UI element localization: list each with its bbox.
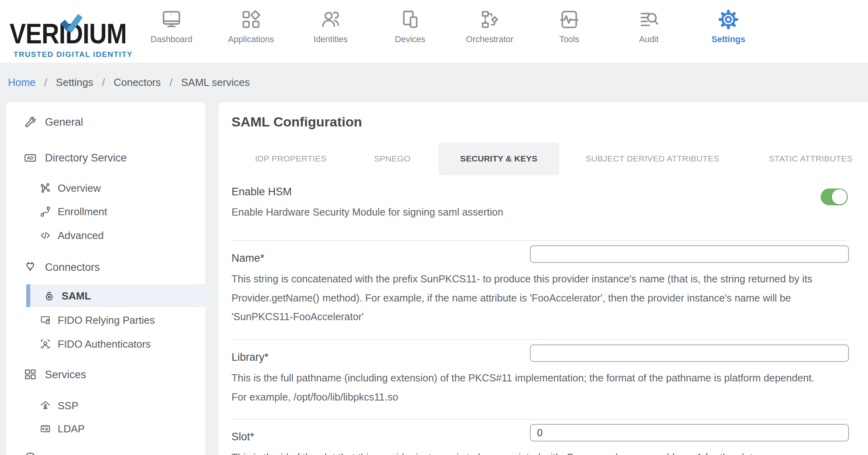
window-lock-icon [39,314,51,326]
nav-item-audit[interactable]: Audit [609,0,689,63]
enable-hsm-description: Enable Hardware Security Module for sign… [232,206,503,218]
nav-item-tools[interactable]: Tools [529,0,609,63]
toggle-knob [832,189,847,204]
sidebar-item-directory-service[interactable]: ADDirectory Service [6,148,205,168]
slot-input[interactable] [530,424,849,441]
field-description: This is the full pathname (including ext… [232,369,828,406]
sidebar-item-label: SAML [62,290,91,302]
people-icon [320,9,341,30]
sidebar-item-services[interactable]: Services [6,364,205,385]
gear-icon [718,9,739,30]
nav-item-orchestrator[interactable]: Orchestrator [450,0,529,63]
sidebar-item-overview[interactable]: Overview [6,178,205,198]
logo-checkmark-icon [60,14,83,34]
divider [232,240,847,241]
sidebar-item-label: SSP [58,400,78,412]
devices-icon [399,9,421,30]
name-input[interactable] [530,245,849,263]
breadcrumb: Home/Settings/Conectors/SAML services [8,63,250,102]
sidebar-item-enrollment[interactable]: Enrollment [6,201,205,222]
breadcrumb-conectors[interactable]: Conectors [114,76,161,89]
sidebar-item-partial[interactable] [6,447,205,455]
nav-item-identities[interactable]: Identities [291,0,370,63]
svg-text:AD: AD [27,156,33,160]
field-label: Slot* [232,431,254,443]
breadcrumb-separator: / [44,76,47,89]
divider [232,339,847,340]
flowchart-icon [479,9,500,30]
nav-label: Audit [639,35,658,45]
field-label: Library* [232,351,269,364]
network-nodes-icon [39,182,51,194]
tab-subject-derived-attributes[interactable]: SUBJECT DERIVED ATTRIBUTES [586,142,719,175]
breadcrumb-settings[interactable]: Settings [56,76,93,89]
nav-label: Devices [395,35,425,45]
sidebar-item-label: General [45,116,83,128]
divider [232,419,847,420]
sidebar-item-label: Advanced [58,229,104,242]
veridium-logo[interactable]: VERIDIUM TRUSTED DIGITAL IDENTITY [10,0,133,63]
nav-label: Applications [228,35,274,45]
breadcrumb-home[interactable]: Home [8,76,35,89]
sidebar-item-label: FIDO Authenticators [58,338,151,350]
ad-badge-icon: AD [23,151,37,165]
sidebar-item-ssp[interactable]: SSP [6,395,205,416]
page-title: SAML Configuration [232,114,362,130]
audit-search-icon [638,9,660,30]
person-scan-icon [39,338,51,350]
pulse-monitor-icon [559,9,580,30]
sidebar-item-fido-authenticators[interactable]: FIDO Authenticators [6,334,205,354]
nav-item-dashboard[interactable]: Dashboard [132,0,211,63]
field-description: This string is concatenated with the pre… [232,270,828,327]
grid-icon [23,368,37,381]
apps-grid-icon [240,9,262,30]
library-input[interactable] [530,344,849,362]
wrench-icon [23,115,37,129]
nav-label: Identities [313,35,348,45]
tab-security-keys[interactable]: SECURITY & KEYS [438,142,559,175]
sidebar-item-label: Connectors [45,261,100,274]
enable-hsm-label: Enable HSM [232,186,292,198]
sidebar-item-general[interactable]: General [6,112,205,132]
breadcrumb-separator: / [169,76,172,89]
field-label: Name* [232,252,265,264]
nav-item-devices[interactable]: Devices [370,0,450,63]
settings-sidebar: GeneralADDirectory ServiceOverviewEnroll… [6,102,205,455]
primary-nav: DashboardApplicationsIdentitiesDevicesOr… [132,0,768,63]
nav-label: Tools [559,35,579,45]
top-nav-bar: VERIDIUM TRUSTED DIGITAL IDENTITY Dashbo… [0,0,868,63]
nav-label: Orchestrator [466,35,513,45]
sidebar-item-saml[interactable]: SAML [26,284,209,307]
enrollment-path-icon [39,206,51,218]
sidebar-item-label: Services [45,369,86,381]
nav-item-applications[interactable]: Applications [211,0,291,63]
sidebar-item-label: Overview [58,182,101,194]
sidebar-item-advanced[interactable]: Advanced [6,225,205,246]
tab-spnego[interactable]: SPNEGO [374,142,411,175]
sidebar-item-label: Enrollment [58,206,107,218]
code-icon [39,229,51,241]
brand-tagline: TRUSTED DIGITAL IDENTITY [14,50,132,59]
tab-static-attributes[interactable]: STATIC ATTRIBUTES [769,142,852,175]
circle-icon [23,451,37,455]
sidebar-item-connectors[interactable]: Connectors [6,257,205,278]
nav-label: Settings [712,35,745,45]
saml-config-panel: SAML Configuration IDP PROPERTIESSPNEGOS… [218,102,868,455]
sidebar-item-label: LDAP [58,423,85,435]
open-lock-icon [43,290,55,302]
sidebar-item-ldap[interactable]: LDAP [6,418,205,439]
plug-icon [23,261,37,274]
field-description: This is the id of the slot that this pro… [232,448,828,455]
id-card-icon [39,423,51,435]
sidebar-item-fido-relying-parties[interactable]: FIDO Relying Parties [6,310,205,331]
sidebar-item-label: Directory Service [45,152,127,164]
tab-idp-properties[interactable]: IDP PROPERTIES [255,142,327,175]
enable-hsm-toggle[interactable] [821,189,848,205]
monitor-icon [161,9,182,30]
breadcrumb-separator: / [102,76,105,89]
sidebar-item-label: FIDO Relying Parties [58,314,155,327]
nav-item-settings[interactable]: Settings [689,0,768,63]
nav-label: Dashboard [150,35,192,45]
breadcrumb-saml-services: SAML services [181,76,250,89]
home-person-icon [39,400,51,412]
